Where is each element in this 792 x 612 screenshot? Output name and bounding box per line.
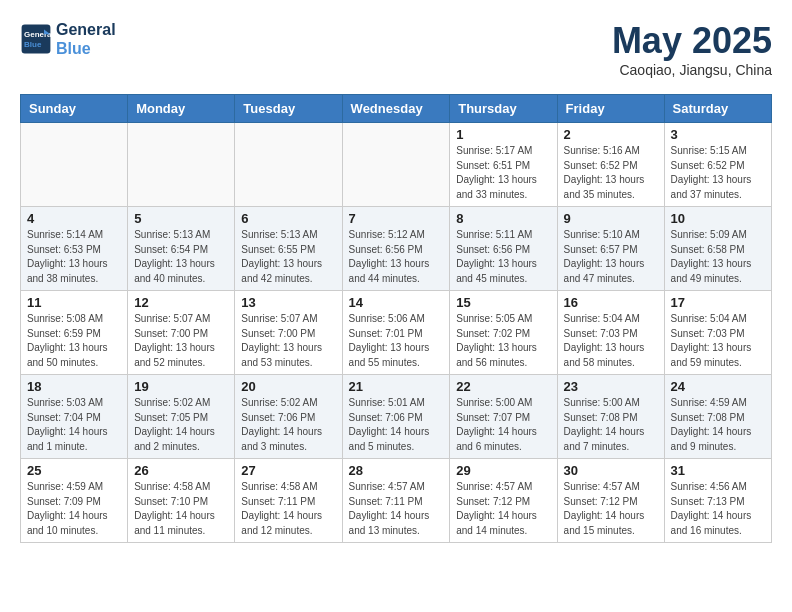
day-info: Sunrise: 5:08 AMSunset: 6:59 PMDaylight:…: [27, 312, 121, 370]
day-info: Sunrise: 5:17 AMSunset: 6:51 PMDaylight:…: [456, 144, 550, 202]
calendar-cell: 8Sunrise: 5:11 AMSunset: 6:56 PMDaylight…: [450, 207, 557, 291]
logo: General Blue General Blue: [20, 20, 116, 58]
page-header: General Blue General Blue May 2025 Caoqi…: [20, 20, 772, 78]
day-info: Sunrise: 5:12 AMSunset: 6:56 PMDaylight:…: [349, 228, 444, 286]
day-number: 28: [349, 463, 444, 478]
day-number: 14: [349, 295, 444, 310]
day-number: 5: [134, 211, 228, 226]
calendar-cell: 10Sunrise: 5:09 AMSunset: 6:58 PMDayligh…: [664, 207, 771, 291]
day-info: Sunrise: 5:04 AMSunset: 7:03 PMDaylight:…: [564, 312, 658, 370]
day-number: 27: [241, 463, 335, 478]
calendar-cell: 26Sunrise: 4:58 AMSunset: 7:10 PMDayligh…: [128, 459, 235, 543]
calendar-cell: [235, 123, 342, 207]
day-number: 24: [671, 379, 765, 394]
day-number: 8: [456, 211, 550, 226]
calendar-cell: 9Sunrise: 5:10 AMSunset: 6:57 PMDaylight…: [557, 207, 664, 291]
calendar-week-2: 4Sunrise: 5:14 AMSunset: 6:53 PMDaylight…: [21, 207, 772, 291]
day-info: Sunrise: 5:13 AMSunset: 6:55 PMDaylight:…: [241, 228, 335, 286]
weekday-header-monday: Monday: [128, 95, 235, 123]
calendar-cell: 1Sunrise: 5:17 AMSunset: 6:51 PMDaylight…: [450, 123, 557, 207]
calendar-cell: 13Sunrise: 5:07 AMSunset: 7:00 PMDayligh…: [235, 291, 342, 375]
day-info: Sunrise: 4:59 AMSunset: 7:08 PMDaylight:…: [671, 396, 765, 454]
calendar-cell: 5Sunrise: 5:13 AMSunset: 6:54 PMDaylight…: [128, 207, 235, 291]
day-info: Sunrise: 5:14 AMSunset: 6:53 PMDaylight:…: [27, 228, 121, 286]
title-block: May 2025 Caoqiao, Jiangsu, China: [612, 20, 772, 78]
calendar-week-3: 11Sunrise: 5:08 AMSunset: 6:59 PMDayligh…: [21, 291, 772, 375]
day-info: Sunrise: 5:00 AMSunset: 7:08 PMDaylight:…: [564, 396, 658, 454]
logo-line2: Blue: [56, 39, 116, 58]
calendar-cell: 3Sunrise: 5:15 AMSunset: 6:52 PMDaylight…: [664, 123, 771, 207]
calendar-cell: 6Sunrise: 5:13 AMSunset: 6:55 PMDaylight…: [235, 207, 342, 291]
day-info: Sunrise: 4:57 AMSunset: 7:11 PMDaylight:…: [349, 480, 444, 538]
day-number: 12: [134, 295, 228, 310]
day-number: 9: [564, 211, 658, 226]
day-number: 13: [241, 295, 335, 310]
svg-text:Blue: Blue: [24, 40, 42, 49]
day-number: 29: [456, 463, 550, 478]
day-number: 11: [27, 295, 121, 310]
day-info: Sunrise: 5:07 AMSunset: 7:00 PMDaylight:…: [241, 312, 335, 370]
day-info: Sunrise: 4:58 AMSunset: 7:11 PMDaylight:…: [241, 480, 335, 538]
day-info: Sunrise: 4:58 AMSunset: 7:10 PMDaylight:…: [134, 480, 228, 538]
calendar-cell: 7Sunrise: 5:12 AMSunset: 6:56 PMDaylight…: [342, 207, 450, 291]
day-info: Sunrise: 5:13 AMSunset: 6:54 PMDaylight:…: [134, 228, 228, 286]
day-number: 10: [671, 211, 765, 226]
calendar-cell: [128, 123, 235, 207]
day-info: Sunrise: 5:16 AMSunset: 6:52 PMDaylight:…: [564, 144, 658, 202]
day-info: Sunrise: 5:02 AMSunset: 7:05 PMDaylight:…: [134, 396, 228, 454]
day-number: 18: [27, 379, 121, 394]
day-info: Sunrise: 5:01 AMSunset: 7:06 PMDaylight:…: [349, 396, 444, 454]
weekday-header-friday: Friday: [557, 95, 664, 123]
day-info: Sunrise: 5:10 AMSunset: 6:57 PMDaylight:…: [564, 228, 658, 286]
day-info: Sunrise: 5:00 AMSunset: 7:07 PMDaylight:…: [456, 396, 550, 454]
calendar-cell: 14Sunrise: 5:06 AMSunset: 7:01 PMDayligh…: [342, 291, 450, 375]
day-number: 19: [134, 379, 228, 394]
day-info: Sunrise: 4:56 AMSunset: 7:13 PMDaylight:…: [671, 480, 765, 538]
calendar-cell: 19Sunrise: 5:02 AMSunset: 7:05 PMDayligh…: [128, 375, 235, 459]
weekday-header-row: SundayMondayTuesdayWednesdayThursdayFrid…: [21, 95, 772, 123]
calendar-cell: 17Sunrise: 5:04 AMSunset: 7:03 PMDayligh…: [664, 291, 771, 375]
calendar-cell: [342, 123, 450, 207]
weekday-header-sunday: Sunday: [21, 95, 128, 123]
calendar-table: SundayMondayTuesdayWednesdayThursdayFrid…: [20, 94, 772, 543]
day-info: Sunrise: 4:57 AMSunset: 7:12 PMDaylight:…: [564, 480, 658, 538]
calendar-cell: 25Sunrise: 4:59 AMSunset: 7:09 PMDayligh…: [21, 459, 128, 543]
calendar-cell: 16Sunrise: 5:04 AMSunset: 7:03 PMDayligh…: [557, 291, 664, 375]
calendar-cell: 20Sunrise: 5:02 AMSunset: 7:06 PMDayligh…: [235, 375, 342, 459]
logo-line1: General: [56, 20, 116, 39]
calendar-cell: 21Sunrise: 5:01 AMSunset: 7:06 PMDayligh…: [342, 375, 450, 459]
day-number: 1: [456, 127, 550, 142]
day-number: 6: [241, 211, 335, 226]
weekday-header-saturday: Saturday: [664, 95, 771, 123]
month-title: May 2025: [612, 20, 772, 62]
day-number: 16: [564, 295, 658, 310]
day-number: 4: [27, 211, 121, 226]
day-number: 30: [564, 463, 658, 478]
day-number: 21: [349, 379, 444, 394]
calendar-cell: 12Sunrise: 5:07 AMSunset: 7:00 PMDayligh…: [128, 291, 235, 375]
location: Caoqiao, Jiangsu, China: [612, 62, 772, 78]
day-info: Sunrise: 5:06 AMSunset: 7:01 PMDaylight:…: [349, 312, 444, 370]
day-info: Sunrise: 5:11 AMSunset: 6:56 PMDaylight:…: [456, 228, 550, 286]
day-number: 25: [27, 463, 121, 478]
day-number: 23: [564, 379, 658, 394]
day-info: Sunrise: 5:03 AMSunset: 7:04 PMDaylight:…: [27, 396, 121, 454]
day-number: 3: [671, 127, 765, 142]
weekday-header-thursday: Thursday: [450, 95, 557, 123]
calendar-week-5: 25Sunrise: 4:59 AMSunset: 7:09 PMDayligh…: [21, 459, 772, 543]
calendar-cell: 2Sunrise: 5:16 AMSunset: 6:52 PMDaylight…: [557, 123, 664, 207]
weekday-header-wednesday: Wednesday: [342, 95, 450, 123]
calendar-week-1: 1Sunrise: 5:17 AMSunset: 6:51 PMDaylight…: [21, 123, 772, 207]
day-info: Sunrise: 5:09 AMSunset: 6:58 PMDaylight:…: [671, 228, 765, 286]
weekday-header-tuesday: Tuesday: [235, 95, 342, 123]
day-number: 20: [241, 379, 335, 394]
calendar-cell: 31Sunrise: 4:56 AMSunset: 7:13 PMDayligh…: [664, 459, 771, 543]
calendar-cell: 27Sunrise: 4:58 AMSunset: 7:11 PMDayligh…: [235, 459, 342, 543]
day-info: Sunrise: 5:02 AMSunset: 7:06 PMDaylight:…: [241, 396, 335, 454]
day-number: 2: [564, 127, 658, 142]
day-number: 15: [456, 295, 550, 310]
calendar-cell: [21, 123, 128, 207]
day-info: Sunrise: 4:59 AMSunset: 7:09 PMDaylight:…: [27, 480, 121, 538]
day-number: 26: [134, 463, 228, 478]
calendar-cell: 29Sunrise: 4:57 AMSunset: 7:12 PMDayligh…: [450, 459, 557, 543]
